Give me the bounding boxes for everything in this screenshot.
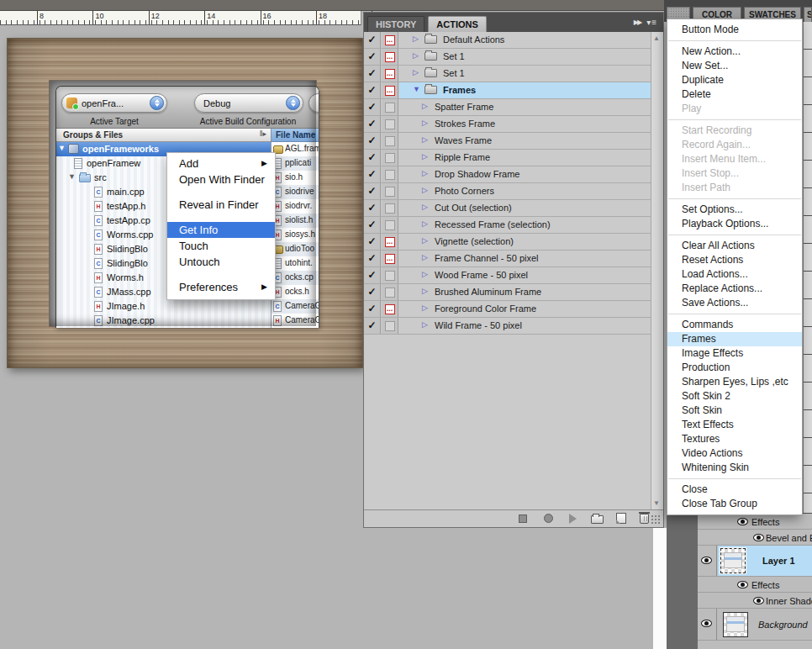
layer-thumbnail[interactable]	[720, 548, 746, 573]
action-row[interactable]: ✓▷Ripple Frame	[364, 150, 651, 166]
panel-menu-item[interactable]: Video Actions	[667, 446, 802, 461]
record-button-icon[interactable]	[544, 514, 553, 523]
panel-menu-icon[interactable]	[646, 18, 657, 27]
action-row[interactable]: ✓▷Drop Shadow Frame	[364, 166, 651, 183]
file-list-row[interactable]: Csiodrive	[272, 185, 319, 199]
action-row-content[interactable]: ▷Cut Out (selection)	[399, 200, 651, 216]
toggle-item-checkbox[interactable]: ✓	[364, 251, 381, 266]
context-menu-item[interactable]: Add▶	[167, 156, 275, 171]
panel-menu-item[interactable]: Start Recording	[667, 124, 802, 138]
action-row-content[interactable]: ▷Default Actions	[399, 32, 651, 48]
action-row-content[interactable]: ▷Drop Shadow Frame	[399, 166, 651, 182]
toggle-item-checkbox[interactable]: ✓	[364, 166, 381, 182]
groups-and-files-header[interactable]: Groups & Files	[56, 129, 271, 142]
file-list-row[interactable]: HCameraG	[272, 314, 319, 328]
dialog-toggle-cell[interactable]	[382, 150, 398, 166]
panel-menu-item[interactable]: Replace Actions...	[667, 282, 802, 296]
action-row-content[interactable]: ▷Ripple Frame	[399, 150, 651, 166]
tree-item[interactable]: HJImage.h	[56, 299, 271, 314]
panel-menu-item[interactable]: Commands	[667, 318, 802, 332]
dialog-toggle-cell[interactable]	[382, 66, 398, 82]
panel-menu-item[interactable]: Playback Options...	[667, 217, 802, 231]
layer-row-background[interactable]: Background	[698, 609, 812, 641]
disclosure-triangle-icon[interactable]: ▷	[422, 119, 428, 127]
panel-menu-item[interactable]: Soft Skin 2	[667, 389, 802, 404]
action-row-content[interactable]: ▷Recessed Frame (selection)	[399, 217, 651, 233]
file-list-row[interactable]: udioToo	[272, 242, 319, 256]
visibility-cell[interactable]	[698, 546, 717, 576]
layer-1-label[interactable]: Layer 1	[762, 556, 795, 566]
delete-button-icon[interactable]	[640, 514, 649, 524]
context-menu-item[interactable]: Touch	[167, 238, 275, 254]
dialog-toggle-cell[interactable]	[382, 217, 398, 233]
panel-menu-item[interactable]: Production	[667, 361, 802, 375]
tab-partial[interactable]: S	[804, 7, 812, 22]
tree-item[interactable]: CJImage.cpp	[56, 314, 271, 328]
dialog-toggle-cell[interactable]	[382, 133, 398, 149]
panel-menu-item[interactable]: Close	[667, 483, 802, 497]
panel-menu-item[interactable]: Frames	[667, 332, 802, 346]
disclosure-triangle-icon[interactable]: ▷	[413, 68, 419, 77]
disclosure-triangle-icon[interactable]: ▼	[58, 144, 66, 152]
action-row-content[interactable]: ▼Frames	[399, 82, 651, 98]
action-row-content[interactable]: ▷Set 1	[399, 66, 651, 82]
new-action-button-icon[interactable]	[616, 513, 626, 524]
dialog-toggle-cell[interactable]	[382, 318, 398, 334]
stepper-icon[interactable]	[286, 96, 300, 110]
action-row-content[interactable]: ▷Set 1	[399, 49, 651, 65]
panel-menu-item[interactable]: Delete	[667, 87, 802, 102]
action-row[interactable]: ✓▷Recessed Frame (selection)	[364, 217, 651, 234]
disclosure-triangle-icon[interactable]: ▼	[413, 85, 420, 93]
action-row[interactable]: ✓▷Brushed Aluminum Frame	[364, 284, 651, 301]
layer-row-layer-1[interactable]: Layer 1	[698, 546, 812, 577]
disclosure-triangle-icon[interactable]: ▷	[422, 270, 428, 278]
file-list-row[interactable]: Hsiolist.h	[272, 214, 319, 228]
action-row-content[interactable]: ▷Frame Channel - 50 pixel	[399, 251, 651, 266]
dialog-toggle-cell[interactable]	[382, 99, 398, 115]
visibility-eye-icon[interactable]	[701, 620, 712, 627]
action-row[interactable]: ✓▷Vignette (selection)	[364, 234, 651, 251]
action-row[interactable]: ✓▷Default Actions	[364, 32, 651, 49]
dialog-toggle-cell[interactable]	[382, 284, 398, 300]
disclosure-triangle-icon[interactable]: ▷	[422, 135, 428, 144]
toggle-item-checkbox[interactable]: ✓	[364, 200, 381, 216]
toggle-item-checkbox[interactable]: ✓	[364, 217, 381, 233]
stepper-icon[interactable]	[150, 96, 164, 110]
panel-menu-item[interactable]: Whitening Skin	[667, 461, 802, 475]
active-target-dropdown[interactable]: openFra...	[61, 93, 167, 113]
dialog-toggle-cell[interactable]	[382, 301, 398, 317]
file-list-row[interactable]: Hocks.h	[272, 285, 319, 299]
context-menu-item[interactable]: Get Info	[167, 222, 275, 238]
dialog-toggle-cell[interactable]	[382, 166, 398, 182]
disclosure-triangle-icon[interactable]: ▷	[422, 203, 428, 211]
build-configuration-dropdown[interactable]: Debug	[194, 93, 303, 113]
toggle-item-checkbox[interactable]: ✓	[364, 99, 381, 115]
action-row[interactable]: ✓▷Set 1	[364, 49, 651, 66]
panel-menu-item[interactable]: Save Actions...	[667, 296, 802, 310]
action-row[interactable]: ✓▷Wood Frame - 50 pixel	[364, 267, 651, 284]
dialog-toggle-cell[interactable]	[382, 200, 398, 216]
layer-effect-item-row[interactable]: Inner Shado	[698, 593, 812, 609]
dialog-toggle-cell[interactable]	[382, 183, 398, 199]
file-list-row[interactable]: Cocks.cp	[272, 271, 319, 285]
disclosure-triangle-icon[interactable]: ▷	[422, 219, 428, 228]
file-list-row[interactable]: AGL.fram	[272, 142, 319, 156]
panel-menu-item[interactable]: Button Mode	[667, 23, 802, 37]
action-row[interactable]: ✓▷Foreground Color Frame	[364, 301, 651, 318]
action-row-content[interactable]: ▷Foreground Color Frame	[399, 301, 651, 317]
disclosure-triangle-icon[interactable]: ▼	[68, 172, 76, 181]
action-row-content[interactable]: ▷Photo Corners	[399, 183, 651, 199]
partial-dropdown[interactable]	[308, 93, 319, 113]
scroll-down-icon[interactable]: ▼	[653, 499, 660, 507]
disclosure-triangle-icon[interactable]: ▷	[422, 169, 428, 177]
horizontal-ruler[interactable]: 8101214161820	[0, 11, 361, 25]
disclosure-triangle-icon[interactable]: ▷	[422, 253, 428, 261]
disclosure-triangle-icon[interactable]: ▷	[422, 287, 428, 295]
panel-menu-item[interactable]: New Action...	[667, 45, 802, 59]
panel-menu-item[interactable]: Insert Path	[667, 181, 802, 195]
dialog-toggle-cell[interactable]	[382, 267, 398, 283]
file-list-row[interactable]: pplicati	[272, 156, 319, 171]
panel-menu-item[interactable]: Record Again...	[667, 138, 802, 152]
file-list-row[interactable]: Hsio.h	[272, 171, 319, 185]
disclosure-triangle-icon[interactable]: ▷	[422, 102, 428, 110]
